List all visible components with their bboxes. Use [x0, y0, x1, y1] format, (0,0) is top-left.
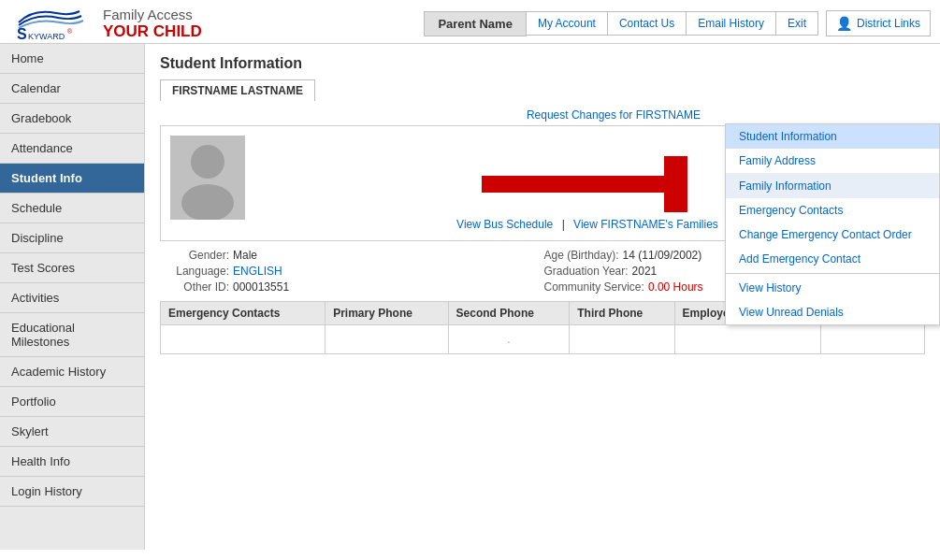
language-label: Language:	[164, 265, 229, 278]
age-value: 14 (11/09/2002)	[623, 249, 702, 262]
my-account-link[interactable]: My Account	[527, 11, 608, 36]
table-row: .	[161, 325, 925, 354]
sidebar-item-discipline[interactable]: Discipline	[0, 223, 144, 253]
avatar	[170, 136, 245, 231]
col-emergency-contacts: Emergency Contacts	[161, 302, 325, 325]
parent-name-box: Parent Name	[424, 11, 526, 36]
other-id-value: 000013551	[233, 280, 289, 294]
sidebar-item-gradebook[interactable]: Gradebook	[0, 104, 144, 134]
community-label: Community Service:	[544, 280, 644, 294]
request-changes-link[interactable]: Request Changes for FIRSTNAME	[160, 108, 925, 122]
col-second-phone: Second Phone	[448, 302, 570, 325]
sidebar-item-educational-milestones[interactable]: Educational Milestones	[0, 313, 144, 357]
sidebar-item-academic-history[interactable]: Academic History	[0, 357, 144, 387]
dropdown-item-family-info[interactable]: Family Information	[726, 174, 939, 198]
svg-text:KYWARD: KYWARD	[28, 32, 65, 41]
student-tab[interactable]: FIRSTNAME LASTNAME	[160, 79, 315, 101]
col-primary-phone: Primary Phone	[325, 302, 448, 325]
view-families-link[interactable]: View FIRSTNAME's Families	[573, 218, 718, 231]
sidebar-item-portfolio[interactable]: Portfolio	[0, 387, 144, 417]
grad-year-label: Graduation Year:	[544, 265, 629, 278]
sidebar-item-test-scores[interactable]: Test Scores	[0, 253, 144, 283]
community-value: 0.00 Hours	[648, 280, 703, 294]
language-value: ENGLISH	[233, 265, 282, 278]
exit-link[interactable]: Exit	[776, 11, 818, 36]
sidebar-item-calendar[interactable]: Calendar	[0, 74, 144, 104]
dropdown-item-emergency-contacts[interactable]: Emergency Contacts	[726, 198, 939, 223]
pipe-separator: |	[562, 218, 565, 231]
svg-text:S: S	[17, 26, 27, 42]
student-label: YOUR CHILD	[103, 22, 202, 41]
skyward-logo: S KYWARD ®	[9, 4, 94, 43]
contact-us-link[interactable]: Contact Us	[608, 11, 687, 36]
content-area: Student Information FIRSTNAME LASTNAME R…	[145, 44, 940, 550]
sidebar-item-login-history[interactable]: Login History	[0, 477, 144, 507]
sidebar-item-student-info[interactable]: Student Info	[0, 164, 144, 194]
email-history-link[interactable]: Email History	[687, 11, 776, 36]
view-bus-link[interactable]: View Bus Schedule	[456, 218, 553, 231]
tab-bar: FIRSTNAME LASTNAME	[160, 79, 925, 101]
col-third-phone: Third Phone	[570, 302, 674, 325]
sidebar-item-home[interactable]: Home	[0, 44, 144, 74]
district-links-button[interactable]: 👤 District Links	[826, 10, 931, 36]
dropdown-item-change-emergency-order[interactable]: Change Emergency Contact Order	[726, 223, 939, 247]
dropdown-menu: Student Information Family Address Famil…	[725, 123, 940, 325]
dropdown-item-view-history[interactable]: View History	[726, 276, 939, 300]
sidebar: Home Calendar Gradebook Attendance Stude…	[0, 44, 145, 550]
page-title: Student Information	[160, 55, 925, 72]
dropdown-item-student-info[interactable]: Student Information	[726, 124, 939, 149]
svg-point-4	[181, 184, 234, 220]
sidebar-item-activities[interactable]: Activities	[0, 283, 144, 313]
grad-year-value: 2021	[632, 265, 658, 278]
gender-value: Male	[233, 249, 257, 262]
sidebar-item-health-info[interactable]: Health Info	[0, 447, 144, 477]
sidebar-item-skylert[interactable]: Skylert	[0, 417, 144, 447]
person-icon: 👤	[836, 16, 852, 31]
dropdown-item-family-address[interactable]: Family Address	[726, 149, 939, 173]
sidebar-item-schedule[interactable]: Schedule	[0, 194, 144, 223]
gender-label: Gender:	[164, 249, 229, 262]
svg-point-3	[191, 145, 224, 179]
sidebar-item-attendance[interactable]: Attendance	[0, 134, 144, 164]
dropdown-item-add-emergency-contact[interactable]: Add Emergency Contact	[726, 247, 939, 271]
age-label: Age (Birthday):	[544, 249, 619, 262]
svg-text:®: ®	[67, 28, 73, 35]
other-id-label: Other ID:	[164, 280, 229, 294]
dropdown-item-view-unread-denials[interactable]: View Unread Denials	[726, 300, 939, 324]
app-name: Family Access	[103, 7, 202, 22]
